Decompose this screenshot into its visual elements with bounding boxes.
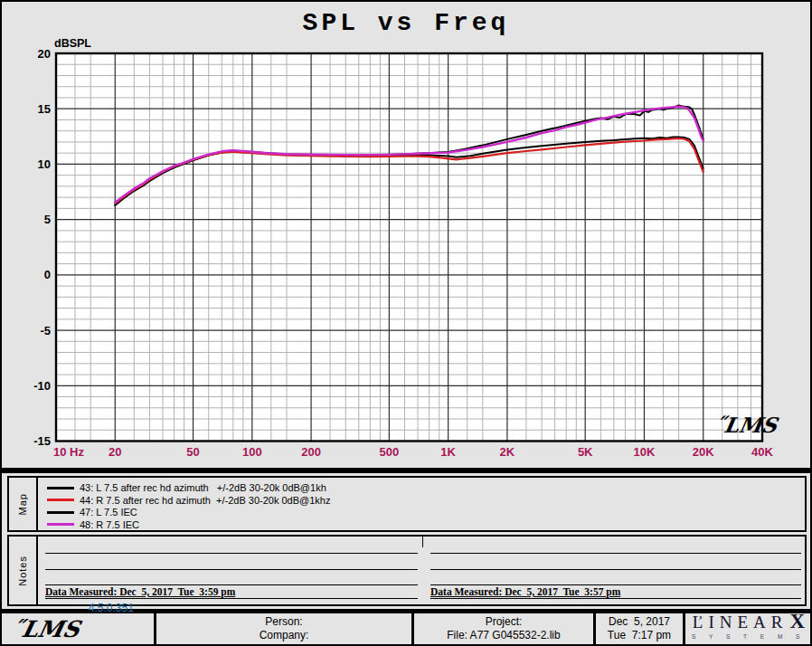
legend-row-44[interactable]: 44: R 7.5 after rec hd azimuth +/-2dB 30… xyxy=(47,495,330,507)
version-number: 4.5.0.351 xyxy=(89,602,149,615)
brand-cell: ĽINEAR X S Y S T E M S xyxy=(685,613,812,644)
legend-label: 48: R 7.5 IEC xyxy=(80,519,139,530)
datetime-cell: Dec 5, 2017 Tue 7:17 pm xyxy=(596,613,683,644)
y-axis-title: dBSPL xyxy=(54,37,91,50)
map-panel-label: Map xyxy=(9,478,38,530)
note-line xyxy=(430,584,801,585)
plot-area xyxy=(56,53,762,442)
legend-swatch xyxy=(47,511,74,514)
x-tick-label: 5K xyxy=(578,445,593,459)
status-bar: ˝LMS 4.5.0.351 Feb/11/2005 Person: Compa… xyxy=(4,613,812,644)
version-info: 4.5.0.351 Feb/11/2005 xyxy=(89,575,149,646)
date-text: Dec 5, 2017 xyxy=(609,615,670,629)
legend-label: 43: L 7.5 after rec hd azimuth +/-2dB 30… xyxy=(80,482,326,493)
legend-row-47[interactable]: 47: L 7.5 IEC xyxy=(47,507,330,518)
lms-logo: ˝LMS xyxy=(9,622,80,636)
legend-label: 47: L 7.5 IEC xyxy=(80,507,137,518)
lms-watermark: ˝LMS xyxy=(712,413,781,437)
app-version-cell: ˝LMS 4.5.0.351 Feb/11/2005 xyxy=(4,613,154,644)
x-tick-label: 200 xyxy=(301,445,321,459)
notes-column-right[interactable]: Data Measured: Dec 5, 2017 Tue 3:57 pm xyxy=(430,537,801,604)
x-tick-label: 100 xyxy=(242,445,262,459)
lms-measurement-window: SPL vs Freq dBSPL20151050-5-10-1510 Hz20… xyxy=(0,0,812,646)
map-panel: Map 43: L 7.5 after rec hd azimuth +/-2d… xyxy=(7,476,807,532)
time-text: Tue 7:17 pm xyxy=(608,629,671,642)
x-tick-label: 40K xyxy=(751,445,773,459)
x-tick-label: 10 Hz xyxy=(53,445,84,459)
project-label: Project: xyxy=(486,615,523,629)
legend-swatch xyxy=(47,523,74,526)
curve-legend: 43: L 7.5 after rec hd azimuth +/-2dB 30… xyxy=(38,478,330,530)
notes-area: Data Measured: Dec 5, 2017 Tue 3:59 pm D… xyxy=(38,537,805,604)
legend-label: 44: R 7.5 after rec hd azimuth +/-2dB 30… xyxy=(80,495,330,506)
linearx-logo: ĽINEAR X S Y S T E M S xyxy=(692,614,806,643)
company-label: Company: xyxy=(260,629,309,642)
note-line xyxy=(45,553,418,554)
file-name: File: A77 G045532-2.lib xyxy=(447,629,560,642)
x-tick-label: 2K xyxy=(500,445,515,459)
spl-vs-freq-plot: dBSPL20151050-5-10-1510 Hz20501002005001… xyxy=(2,2,812,470)
y-tick-label: 15 xyxy=(38,102,51,116)
notes-column-divider xyxy=(422,537,423,547)
y-tick-label: 10 xyxy=(38,157,51,171)
x-tick-label: 20 xyxy=(109,445,121,459)
notes-panel-label: Notes xyxy=(9,537,38,604)
version-date: Feb/11/2005 xyxy=(89,642,149,646)
data-measured-right: Data Measured: Dec 5, 2017 Tue 3:57 pm xyxy=(430,586,801,599)
y-tick-label: 20 xyxy=(38,47,51,61)
y-tick-label: 0 xyxy=(44,268,51,281)
person-company-cell[interactable]: Person: Company: xyxy=(156,613,411,644)
x-tick-label: 1K xyxy=(440,445,456,459)
y-tick-label: 5 xyxy=(44,213,51,226)
person-label: Person: xyxy=(265,615,302,629)
linearx-systems-text: S Y S T E M S xyxy=(692,630,806,643)
legend-row-48[interactable]: 48: R 7.5 IEC xyxy=(47,519,330,531)
legend-swatch xyxy=(47,487,74,489)
note-line xyxy=(430,569,801,570)
y-tick-label: -15 xyxy=(33,434,51,448)
y-tick-label: -10 xyxy=(33,379,51,393)
section-divider xyxy=(2,468,812,473)
x-tick-label: 500 xyxy=(380,445,400,459)
x-tick-label: 20K xyxy=(693,445,714,459)
legend-swatch xyxy=(47,499,74,501)
x-tick-label: 50 xyxy=(186,445,199,459)
legend-row-43[interactable]: 43: L 7.5 after rec hd azimuth +/-2dB 30… xyxy=(47,482,330,494)
project-file-cell[interactable]: Project: File: A77 G045532-2.lib xyxy=(414,613,593,644)
linearx-x-glyph: X xyxy=(790,614,806,628)
note-line xyxy=(430,553,801,554)
linearx-wordmark: ĽINEAR xyxy=(693,615,788,629)
x-tick-label: 10K xyxy=(634,445,656,459)
y-tick-label: -5 xyxy=(40,324,51,337)
note-line xyxy=(45,569,418,570)
